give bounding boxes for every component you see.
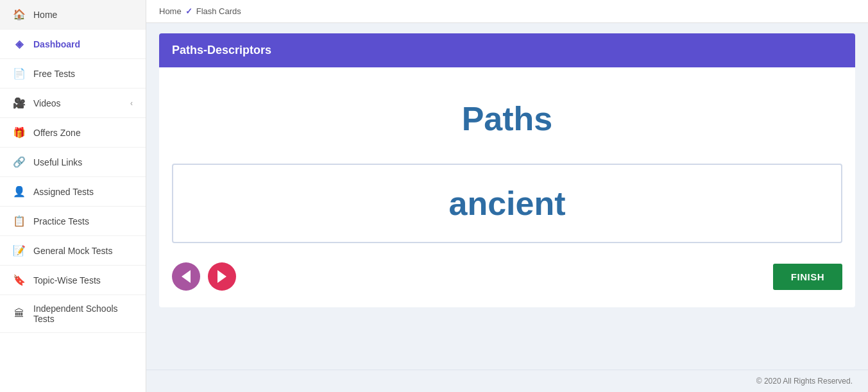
dashboard-icon: ◈ [13, 38, 26, 50]
breadcrumb: Home ✓ Flash Cards [146, 0, 868, 23]
sidebar-item-home[interactable]: 🏠 Home [0, 0, 146, 30]
breadcrumb-separator: ✓ [185, 6, 192, 16]
free-tests-icon: 📄 [13, 67, 26, 80]
card-header: Paths-Descriptors [159, 33, 855, 67]
sidebar-item-label: Free Tests [33, 69, 133, 79]
offers-icon: 🎁 [13, 126, 26, 139]
breadcrumb-current: Flash Cards [196, 6, 241, 16]
sidebar-item-assigned-tests[interactable]: 👤 Assigned Tests [0, 177, 146, 207]
sidebar-item-label: General Mock Tests [33, 246, 133, 256]
copyright-text: © 2020 All Rights Reserved. [756, 377, 853, 386]
links-icon: 🔗 [13, 156, 26, 168]
sidebar-item-topic-wise-tests[interactable]: 🔖 Topic-Wise Tests [0, 266, 146, 295]
sidebar-item-label: Practice Tests [33, 216, 133, 226]
sidebar-item-label: Offers Zone [33, 128, 133, 138]
sidebar-item-useful-links[interactable]: 🔗 Useful Links [0, 148, 146, 177]
home-icon: 🏠 [13, 8, 26, 21]
sidebar-item-label: Dashboard [33, 39, 133, 49]
page-footer: © 2020 All Rights Reserved. [146, 370, 868, 392]
card-body: Paths ancient FINISH [159, 67, 855, 307]
sidebar-item-independent-schools[interactable]: 🏛 Independent Schools Tests [0, 295, 146, 333]
flashcard-title: Paths [172, 80, 842, 164]
flashcard-word: ancient [436, 165, 578, 242]
assigned-tests-icon: 👤 [13, 185, 26, 198]
main-content: Home ✓ Flash Cards Paths-Descriptors Pat… [146, 0, 868, 392]
chevron-left-icon: ‹ [130, 99, 133, 108]
sidebar-item-label: Independent Schools Tests [33, 303, 133, 324]
sidebar-item-label: Assigned Tests [33, 187, 133, 197]
sidebar-item-offers-zone[interactable]: 🎁 Offers Zone [0, 118, 146, 148]
sidebar-item-free-tests[interactable]: 📄 Free Tests [0, 59, 146, 89]
sidebar-item-label: Videos [33, 98, 123, 108]
sidebar: 🏠 Home ◈ Dashboard 📄 Free Tests 🎥 Videos… [0, 0, 146, 392]
card-title: Paths-Descriptors [172, 44, 271, 56]
flashcard-box: ancient [172, 164, 842, 243]
finish-button[interactable]: FINISH [773, 264, 842, 290]
sidebar-item-label: Topic-Wise Tests [33, 275, 133, 285]
practice-tests-icon: 📋 [13, 215, 26, 227]
topic-tests-icon: 🔖 [13, 274, 26, 286]
schools-icon: 🏛 [13, 308, 26, 320]
prev-button[interactable] [172, 262, 200, 291]
next-button[interactable] [208, 262, 236, 291]
sidebar-item-dashboard[interactable]: ◈ Dashboard [0, 30, 146, 59]
sidebar-item-videos[interactable]: 🎥 Videos ‹ [0, 89, 146, 118]
sidebar-item-practice-tests[interactable]: 📋 Practice Tests [0, 207, 146, 236]
card-footer: FINISH [172, 256, 842, 294]
flashcard-card: Paths-Descriptors Paths ancient FINISH [159, 33, 855, 307]
content-area: Paths-Descriptors Paths ancient FINISH [146, 23, 868, 370]
videos-icon: 🎥 [13, 97, 26, 109]
breadcrumb-home[interactable]: Home [159, 6, 182, 16]
sidebar-item-label: Useful Links [33, 157, 133, 167]
sidebar-item-general-mock-tests[interactable]: 📝 General Mock Tests [0, 236, 146, 266]
mock-tests-icon: 📝 [13, 244, 26, 257]
sidebar-item-label: Home [33, 10, 133, 20]
